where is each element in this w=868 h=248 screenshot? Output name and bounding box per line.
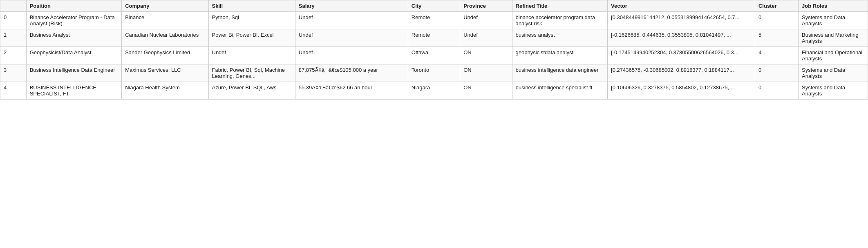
cell-skill: Python, Sql xyxy=(208,12,295,29)
cell-city: Ottawa xyxy=(408,47,460,64)
col-header-refined-title: Refined Title xyxy=(512,0,608,12)
cell-refined-title: business analyst xyxy=(512,29,608,47)
cell-company: Niagara Health System xyxy=(122,82,208,100)
cell-vector: [0.27436575, -0.30685002, 0.8918377, 0.1… xyxy=(608,64,755,82)
cell-city: Toronto xyxy=(408,64,460,82)
col-header-skill: Skill xyxy=(208,0,295,12)
cell-province: ON xyxy=(460,47,512,64)
cell-index: 1 xyxy=(0,29,27,47)
cell-salary: Undef xyxy=(295,29,408,47)
table-row: 2Geophysicist/Data AnalystSander Geophys… xyxy=(0,47,868,64)
col-header-company: Company xyxy=(122,0,208,12)
cell-position: BUSINESS INTELLIGENCE SPECIALIST, FT xyxy=(26,82,122,100)
cell-province: Undef xyxy=(460,12,512,29)
cell-salary: 87,875Ã¢â‚¬â€œ$105,000 a year xyxy=(295,64,408,82)
col-header-city: City xyxy=(408,0,460,12)
cell-cluster: 0 xyxy=(755,82,798,100)
cell-city: Niagara xyxy=(408,82,460,100)
table-row: 0Binance Accelerator Program - Data Anal… xyxy=(0,12,868,29)
col-header-province: Province xyxy=(460,0,512,12)
cell-city: Remote xyxy=(408,29,460,47)
cell-skill: Azure, Power BI, SQL, Aws xyxy=(208,82,295,100)
col-header-job-roles: Job Roles xyxy=(799,0,868,12)
cell-cluster: 5 xyxy=(755,29,798,47)
cell-province: ON xyxy=(460,64,512,82)
cell-position: Geophysicist/Data Analyst xyxy=(26,47,122,64)
cell-index: 4 xyxy=(0,82,27,100)
table-row: 4BUSINESS INTELLIGENCE SPECIALIST, FTNia… xyxy=(0,82,868,100)
cell-skill: Power Bi, Power BI, Excel xyxy=(208,29,295,47)
cell-index: 3 xyxy=(0,64,27,82)
cell-vector: [0.10606326, 0.3278375, 0.5854802, 0.127… xyxy=(608,82,755,100)
cell-cluster: 0 xyxy=(755,12,798,29)
cell-refined-title: business intelligence data engineer xyxy=(512,64,608,82)
table-row: 3Business Intelligence Data EngineerMaxi… xyxy=(0,64,868,82)
cell-vector: [-0.1626685, 0.444635, 0.3553805, 0.8104… xyxy=(608,29,755,47)
header-row: Position Company Skill Salary City Provi… xyxy=(0,0,868,12)
cell-position: Business Analyst xyxy=(26,29,122,47)
cell-company: Canadian Nuclear Laboratories xyxy=(122,29,208,47)
col-header-position: Position xyxy=(26,0,122,12)
cell-job-roles: Business and Marketing Analysts xyxy=(799,29,868,47)
table-row: 1Business AnalystCanadian Nuclear Labora… xyxy=(0,29,868,47)
cell-refined-title: business intelligence specialist ft xyxy=(512,82,608,100)
cell-index: 0 xyxy=(0,12,27,29)
cell-job-roles: Systems and Data Analysts xyxy=(799,64,868,82)
data-table: Position Company Skill Salary City Provi… xyxy=(0,0,868,100)
cell-position: Business Intelligence Data Engineer xyxy=(26,64,122,82)
col-header-cluster: Cluster xyxy=(755,0,798,12)
col-header-vector: Vector xyxy=(608,0,755,12)
cell-refined-title: binance accelerator program data analyst… xyxy=(512,12,608,29)
cell-salary: Undef xyxy=(295,47,408,64)
cell-salary: Undef xyxy=(295,12,408,29)
cell-position: Binance Accelerator Program - Data Analy… xyxy=(26,12,122,29)
col-header-salary: Salary xyxy=(295,0,408,12)
cell-province: ON xyxy=(460,82,512,100)
cell-company: Binance xyxy=(122,12,208,29)
cell-vector: [-0.1745149940252304, 0.3780550062656402… xyxy=(608,47,755,64)
cell-cluster: 0 xyxy=(755,64,798,82)
cell-index: 2 xyxy=(0,47,27,64)
cell-city: Remote xyxy=(408,12,460,29)
cell-skill: Undef xyxy=(208,47,295,64)
cell-company: Sander Geophysics Limited xyxy=(122,47,208,64)
cell-refined-title: geophysicistdata analyst xyxy=(512,47,608,64)
cell-job-roles: Systems and Data Analysts xyxy=(799,82,868,100)
cell-job-roles: Systems and Data Analysts xyxy=(799,12,868,29)
cell-salary: 55.39Ã¢â‚¬â€œ$62.66 an hour xyxy=(295,82,408,100)
cell-province: Undef xyxy=(460,29,512,47)
cell-vector: [0.3048449916144212, 0.05531899941464265… xyxy=(608,12,755,29)
cell-job-roles: Financial and Operational Analysts xyxy=(799,47,868,64)
cell-company: Maximus Services, LLC xyxy=(122,64,208,82)
cell-cluster: 4 xyxy=(755,47,798,64)
cell-skill: Fabric, Power BI, Sql, Machine Learning,… xyxy=(208,64,295,82)
table-body: 0Binance Accelerator Program - Data Anal… xyxy=(0,12,868,100)
col-header-index xyxy=(0,0,27,12)
